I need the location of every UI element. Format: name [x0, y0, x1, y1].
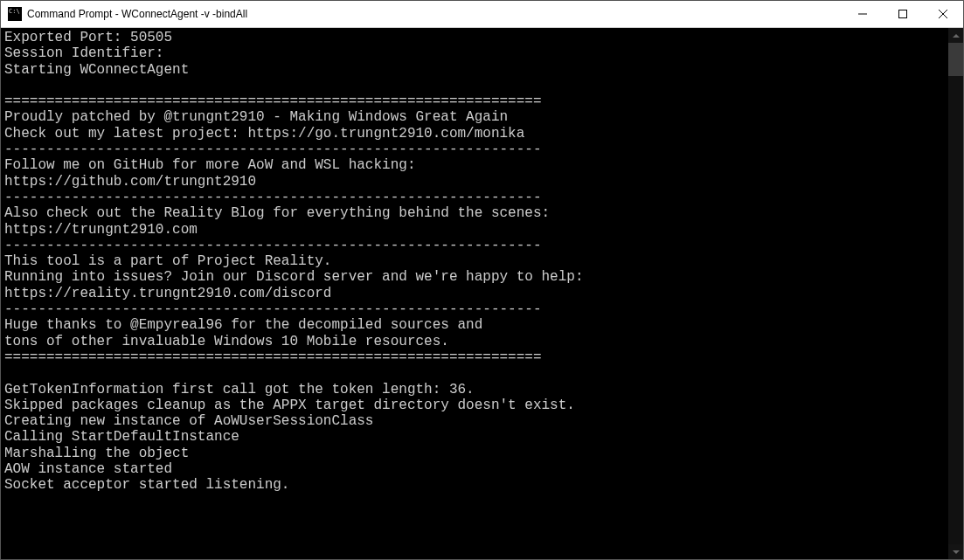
console-area: Exported Port: 50505 Session Identifier:…: [1, 28, 963, 559]
window-title: Command Prompt - WConnectAgent -v -bindA…: [27, 8, 843, 20]
maximize-button[interactable]: [883, 1, 923, 27]
minimize-icon: [858, 10, 867, 18]
scrollbar-thumb[interactable]: [948, 43, 963, 76]
maximize-icon: [898, 10, 907, 18]
minimize-button[interactable]: [843, 1, 883, 27]
svg-marker-4: [953, 34, 960, 38]
close-button[interactable]: [923, 1, 963, 27]
scroll-up-button[interactable]: [948, 28, 963, 43]
window-titlebar: Command Prompt - WConnectAgent -v -bindA…: [1, 1, 963, 28]
svg-marker-5: [953, 550, 960, 554]
scroll-down-button[interactable]: [948, 544, 963, 559]
chevron-down-icon: [953, 550, 960, 554]
close-icon: [939, 10, 947, 18]
window-controls: [843, 1, 963, 27]
vertical-scrollbar[interactable]: [948, 28, 963, 559]
chevron-up-icon: [953, 34, 960, 38]
svg-rect-1: [899, 10, 907, 18]
cmd-icon: [8, 7, 22, 21]
console-output[interactable]: Exported Port: 50505 Session Identifier:…: [1, 28, 948, 559]
